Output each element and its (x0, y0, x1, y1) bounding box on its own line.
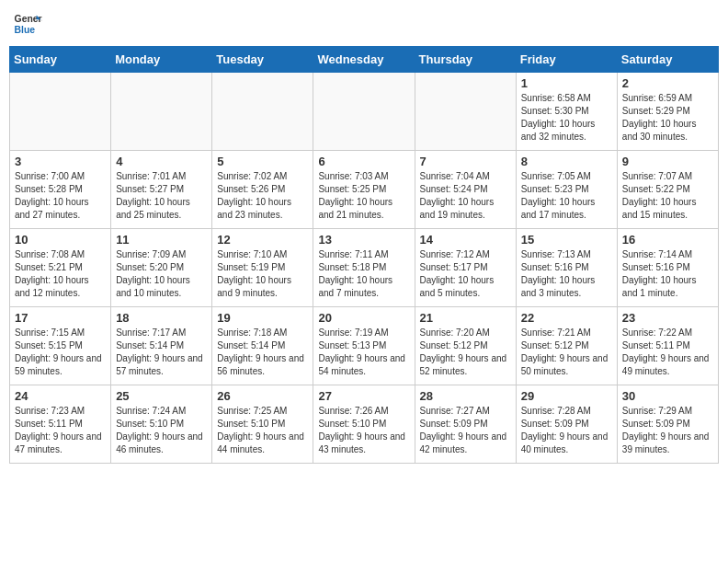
day-info: Sunrise: 7:29 AM Sunset: 5:09 PM Dayligh… (622, 405, 713, 456)
calendar-cell: 17Sunrise: 7:15 AM Sunset: 5:15 PM Dayli… (10, 307, 111, 385)
calendar-cell: 30Sunrise: 7:29 AM Sunset: 5:09 PM Dayli… (617, 385, 718, 464)
day-number: 9 (622, 155, 713, 168)
day-info: Sunrise: 7:26 AM Sunset: 5:10 PM Dayligh… (318, 405, 409, 456)
calendar-cell: 11Sunrise: 7:09 AM Sunset: 5:20 PM Dayli… (111, 229, 212, 307)
day-info: Sunrise: 6:58 AM Sunset: 5:30 PM Dayligh… (521, 92, 612, 144)
day-info: Sunrise: 7:19 AM Sunset: 5:13 PM Dayligh… (318, 327, 409, 378)
calendar-cell: 12Sunrise: 7:10 AM Sunset: 5:19 PM Dayli… (212, 229, 313, 307)
day-number: 30 (622, 389, 713, 403)
day-number: 1 (521, 76, 612, 90)
day-number: 24 (15, 389, 106, 403)
logo: General Blue (13, 9, 42, 39)
day-info: Sunrise: 7:03 AM Sunset: 5:25 PM Dayligh… (318, 170, 409, 222)
calendar-cell: 1Sunrise: 6:58 AM Sunset: 5:30 PM Daylig… (516, 73, 617, 151)
logo-icon: General Blue (13, 9, 42, 39)
weekday-saturday: Saturday (617, 47, 718, 73)
calendar-cell: 24Sunrise: 7:23 AM Sunset: 5:11 PM Dayli… (10, 385, 111, 464)
day-info: Sunrise: 7:24 AM Sunset: 5:10 PM Dayligh… (116, 405, 207, 456)
day-number: 4 (116, 155, 207, 168)
calendar-cell: 7Sunrise: 7:04 AM Sunset: 5:24 PM Daylig… (415, 151, 516, 229)
day-info: Sunrise: 7:20 AM Sunset: 5:12 PM Dayligh… (420, 327, 511, 378)
day-info: Sunrise: 7:15 AM Sunset: 5:15 PM Dayligh… (15, 327, 106, 378)
calendar-cell: 6Sunrise: 7:03 AM Sunset: 5:25 PM Daylig… (313, 151, 415, 229)
day-number: 26 (217, 389, 308, 403)
day-number: 8 (521, 155, 612, 168)
day-info: Sunrise: 7:07 AM Sunset: 5:22 PM Dayligh… (622, 170, 713, 222)
day-number: 22 (521, 311, 612, 325)
calendar-body: 1Sunrise: 6:58 AM Sunset: 5:30 PM Daylig… (10, 73, 719, 464)
day-number: 11 (116, 233, 207, 247)
day-info: Sunrise: 7:18 AM Sunset: 5:14 PM Dayligh… (217, 327, 308, 378)
day-info: Sunrise: 7:09 AM Sunset: 5:20 PM Dayligh… (116, 248, 207, 300)
calendar-cell: 4Sunrise: 7:01 AM Sunset: 5:27 PM Daylig… (111, 151, 212, 229)
calendar-cell: 25Sunrise: 7:24 AM Sunset: 5:10 PM Dayli… (111, 385, 212, 464)
day-number: 23 (622, 311, 713, 325)
day-number: 16 (622, 233, 713, 247)
weekday-monday: Monday (111, 47, 212, 73)
calendar-cell: 28Sunrise: 7:27 AM Sunset: 5:09 PM Dayli… (415, 385, 516, 464)
day-number: 13 (318, 233, 409, 247)
calendar-cell: 26Sunrise: 7:25 AM Sunset: 5:10 PM Dayli… (212, 385, 313, 464)
calendar-cell: 10Sunrise: 7:08 AM Sunset: 5:21 PM Dayli… (10, 229, 111, 307)
day-info: Sunrise: 7:04 AM Sunset: 5:24 PM Dayligh… (420, 170, 511, 222)
calendar-cell: 29Sunrise: 7:28 AM Sunset: 5:09 PM Dayli… (516, 385, 617, 464)
calendar-cell (111, 73, 212, 151)
weekday-wednesday: Wednesday (313, 47, 415, 73)
day-number: 7 (420, 155, 511, 168)
day-info: Sunrise: 7:14 AM Sunset: 5:16 PM Dayligh… (622, 248, 713, 300)
day-info: Sunrise: 7:00 AM Sunset: 5:28 PM Dayligh… (15, 170, 106, 222)
calendar-table: SundayMondayTuesdayWednesdayThursdayFrid… (9, 46, 719, 464)
week-row-2: 10Sunrise: 7:08 AM Sunset: 5:21 PM Dayli… (10, 229, 719, 307)
day-number: 25 (116, 389, 207, 403)
calendar-cell: 20Sunrise: 7:19 AM Sunset: 5:13 PM Dayli… (313, 307, 415, 385)
calendar-cell: 16Sunrise: 7:14 AM Sunset: 5:16 PM Dayli… (617, 229, 718, 307)
day-info: Sunrise: 7:21 AM Sunset: 5:12 PM Dayligh… (521, 327, 612, 378)
day-info: Sunrise: 7:08 AM Sunset: 5:21 PM Dayligh… (15, 248, 106, 300)
calendar-cell: 2Sunrise: 6:59 AM Sunset: 5:29 PM Daylig… (617, 73, 718, 151)
calendar-cell: 19Sunrise: 7:18 AM Sunset: 5:14 PM Dayli… (212, 307, 313, 385)
calendar-cell: 13Sunrise: 7:11 AM Sunset: 5:18 PM Dayli… (313, 229, 415, 307)
day-info: Sunrise: 7:11 AM Sunset: 5:18 PM Dayligh… (318, 248, 409, 300)
day-number: 21 (420, 311, 511, 325)
calendar-cell (212, 73, 313, 151)
weekday-tuesday: Tuesday (212, 47, 313, 73)
week-row-0: 1Sunrise: 6:58 AM Sunset: 5:30 PM Daylig… (10, 73, 719, 151)
day-info: Sunrise: 7:25 AM Sunset: 5:10 PM Dayligh… (217, 405, 308, 456)
day-number: 20 (318, 311, 409, 325)
day-number: 12 (217, 233, 308, 247)
day-info: Sunrise: 7:28 AM Sunset: 5:09 PM Dayligh… (521, 405, 612, 456)
calendar-cell: 14Sunrise: 7:12 AM Sunset: 5:17 PM Dayli… (415, 229, 516, 307)
day-number: 14 (420, 233, 511, 247)
day-info: Sunrise: 7:05 AM Sunset: 5:23 PM Dayligh… (521, 170, 612, 222)
calendar-cell: 3Sunrise: 7:00 AM Sunset: 5:28 PM Daylig… (10, 151, 111, 229)
calendar-cell: 23Sunrise: 7:22 AM Sunset: 5:11 PM Dayli… (617, 307, 718, 385)
svg-text:Blue: Blue (15, 25, 36, 35)
day-info: Sunrise: 7:23 AM Sunset: 5:11 PM Dayligh… (15, 405, 106, 456)
page-header: General Blue (9, 9, 719, 39)
weekday-sunday: Sunday (10, 47, 111, 73)
day-number: 3 (15, 155, 106, 168)
day-info: Sunrise: 7:12 AM Sunset: 5:17 PM Dayligh… (420, 248, 511, 300)
calendar-cell: 27Sunrise: 7:26 AM Sunset: 5:10 PM Dayli… (313, 385, 415, 464)
weekday-header-row: SundayMondayTuesdayWednesdayThursdayFrid… (10, 47, 719, 73)
day-number: 17 (15, 311, 106, 325)
calendar-cell: 15Sunrise: 7:13 AM Sunset: 5:16 PM Dayli… (516, 229, 617, 307)
calendar-cell: 18Sunrise: 7:17 AM Sunset: 5:14 PM Dayli… (111, 307, 212, 385)
day-info: Sunrise: 7:17 AM Sunset: 5:14 PM Dayligh… (116, 327, 207, 378)
day-number: 28 (420, 389, 511, 403)
day-number: 2 (622, 76, 713, 90)
day-number: 15 (521, 233, 612, 247)
calendar-cell: 22Sunrise: 7:21 AM Sunset: 5:12 PM Dayli… (516, 307, 617, 385)
day-number: 6 (318, 155, 409, 168)
weekday-friday: Friday (516, 47, 617, 73)
day-info: Sunrise: 7:10 AM Sunset: 5:19 PM Dayligh… (217, 248, 308, 300)
day-info: Sunrise: 7:22 AM Sunset: 5:11 PM Dayligh… (622, 327, 713, 378)
day-number: 18 (116, 311, 207, 325)
day-info: Sunrise: 7:13 AM Sunset: 5:16 PM Dayligh… (521, 248, 612, 300)
day-info: Sunrise: 7:01 AM Sunset: 5:27 PM Dayligh… (116, 170, 207, 222)
calendar-cell: 9Sunrise: 7:07 AM Sunset: 5:22 PM Daylig… (617, 151, 718, 229)
day-info: Sunrise: 7:02 AM Sunset: 5:26 PM Dayligh… (217, 170, 308, 222)
week-row-3: 17Sunrise: 7:15 AM Sunset: 5:15 PM Dayli… (10, 307, 719, 385)
day-number: 29 (521, 389, 612, 403)
calendar-cell: 5Sunrise: 7:02 AM Sunset: 5:26 PM Daylig… (212, 151, 313, 229)
